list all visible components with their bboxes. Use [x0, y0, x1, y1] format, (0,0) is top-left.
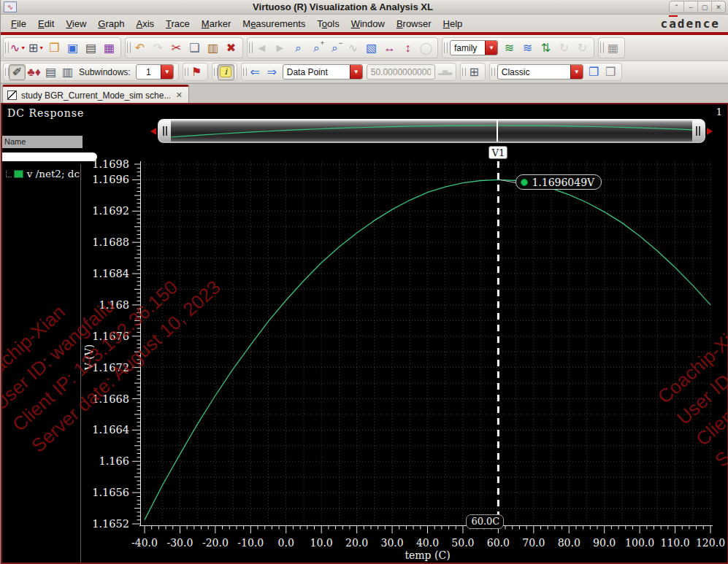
move-trace-down-button: ↻: [573, 39, 591, 57]
export-image-button[interactable]: ▦: [100, 39, 118, 57]
zoom-x-button[interactable]: ↔: [380, 39, 399, 57]
save-window-state-button[interactable]: ❐: [586, 64, 602, 80]
composite-chart-button[interactable]: ≋: [518, 39, 537, 57]
combo-arrow-icon[interactable]: ▼: [161, 65, 173, 79]
svg-text:1.1696: 1.1696: [92, 174, 129, 185]
app-waveform-icon: ∿: [4, 1, 17, 12]
svg-text:100.0: 100.0: [625, 537, 654, 549]
save-button[interactable]: ▣: [64, 39, 82, 57]
menu-axis[interactable]: Axis: [130, 17, 160, 31]
layout-rows-button[interactable]: ▤: [42, 64, 59, 80]
svg-text:-40.0: -40.0: [131, 537, 158, 549]
copy-button[interactable]: ❏: [185, 39, 204, 57]
datapoint-value: 1.1696049V: [532, 177, 594, 188]
toolbar-group: ⊞: [460, 63, 486, 81]
undo-button[interactable]: ↶: [131, 39, 149, 57]
next-point-button[interactable]: ⇒: [264, 64, 280, 80]
menu-file[interactable]: File: [5, 17, 32, 31]
titlebar: ∿ Virtuoso (R) Visualization & Analysis …: [1, 0, 728, 15]
combo-arrow-icon[interactable]: ▼: [350, 65, 362, 79]
delete-button[interactable]: ✖: [222, 39, 240, 57]
new-subwindow-button[interactable]: ⊞▼: [27, 39, 45, 57]
style-select[interactable]: Classic▼: [497, 64, 583, 80]
tab-close-icon[interactable]: ✕: [175, 90, 184, 100]
menu-help[interactable]: Help: [437, 17, 469, 31]
table-view-button[interactable]: ▦: [604, 39, 622, 57]
toolbar-group: ◄►⌕⌕+⌕−∿▧↔↕◯: [247, 37, 438, 58]
maximize-button[interactable]: ▢: [697, 1, 711, 12]
hide-window-button[interactable]: ❒: [602, 64, 619, 80]
graph-tab-icon: [7, 90, 17, 100]
marker-x-readout[interactable]: 60.0C: [466, 514, 504, 529]
previous-point-button[interactable]: ⇐: [247, 64, 264, 80]
menu-items: FileEditViewGraphAxisTraceMarkerMeasurem…: [5, 17, 468, 31]
paste-button[interactable]: ▥: [204, 39, 222, 57]
menu-edit[interactable]: Edit: [32, 17, 60, 31]
split-strips-button[interactable]: ⇅: [537, 39, 555, 57]
secondary-toolbar: ✐♣♦▤▥Subwindows:1▼⚑i⇐⇒Data Point▼▂▅▃⊞Cla…: [1, 61, 728, 83]
graph-subwindow: DC Response 1 Name: [1, 103, 728, 564]
redo-button: ↷: [149, 39, 167, 57]
toolbar-group: Classic▼❐❒: [489, 63, 622, 81]
marker-v1-label[interactable]: V1: [488, 146, 507, 159]
toolbar-group: family▼≋≋⇅↻↻: [442, 37, 594, 58]
datapoint-dot-icon: [521, 179, 528, 186]
svg-text:30.0: 30.0: [380, 537, 403, 549]
previous-view-button: ◄: [253, 39, 271, 57]
svg-text:10.0: 10.0: [310, 537, 333, 549]
window-controls: ⌃–▢✕: [669, 1, 726, 13]
menu-tools[interactable]: Tools: [311, 17, 345, 31]
svg-text:50.0: 50.0: [451, 537, 474, 549]
toolbar-group: i: [212, 63, 237, 81]
zoom-in-2x-button[interactable]: ⌕+: [307, 39, 326, 57]
svg-text:1.1664: 1.1664: [92, 424, 129, 436]
tabbar: study BGR_Current_Mode_sim sche... ✕: [1, 83, 728, 103]
menu-view[interactable]: View: [60, 17, 92, 31]
point-value-input[interactable]: [367, 64, 435, 80]
flag-button[interactable]: ⚑: [188, 64, 205, 80]
toolbar-group: ▦: [598, 37, 625, 58]
svg-text:60.0: 60.0: [487, 537, 510, 549]
shade-button[interactable]: ⌃: [670, 1, 683, 12]
annotation-toggle[interactable]: i: [218, 64, 234, 80]
zoom-box-button[interactable]: ▧: [362, 39, 380, 57]
tab-dc-response[interactable]: study BGR_Current_Mode_sim sche... ✕: [2, 85, 189, 104]
menu-marker[interactable]: Marker: [196, 17, 237, 31]
subwindows-select[interactable]: 1▼: [136, 64, 174, 80]
svg-text:80.0: 80.0: [558, 537, 581, 549]
examples-button[interactable]: ♣♦: [26, 64, 42, 80]
svg-text:1.1652: 1.1652: [92, 518, 129, 530]
layout-columns-button[interactable]: ▥: [59, 64, 76, 80]
print-button[interactable]: ▤: [82, 39, 100, 57]
svg-text:-20.0: -20.0: [202, 537, 229, 549]
close-button[interactable]: ✕: [711, 1, 725, 12]
svg-text:90.0: 90.0: [593, 537, 616, 549]
calculator-button[interactable]: ⊞: [466, 64, 483, 80]
zoom-y-button[interactable]: ↕: [399, 39, 417, 57]
point-mode-select[interactable]: Data Point▼: [283, 64, 363, 80]
svg-text:0.0: 0.0: [278, 537, 294, 549]
open-button[interactable]: ❐: [45, 39, 64, 57]
strip-chart-button[interactable]: ≋: [500, 39, 518, 57]
menu-measurements[interactable]: Measurements: [237, 17, 311, 31]
datapoint-callout[interactable]: 1.1696049V: [516, 174, 602, 190]
svg-text:110.0: 110.0: [661, 537, 690, 549]
menu-graph[interactable]: Graph: [92, 17, 130, 31]
menu-browser[interactable]: Browser: [391, 17, 437, 31]
zoom-out-2x-button[interactable]: ⌕−: [326, 39, 344, 57]
combo-arrow-icon[interactable]: ▼: [485, 41, 497, 55]
svg-text:1.1656: 1.1656: [92, 487, 129, 498]
wizard-button[interactable]: ✐: [9, 64, 26, 80]
combo-arrow-icon[interactable]: ▼: [570, 65, 583, 79]
family-select[interactable]: family▼: [450, 40, 498, 55]
svg-text:-30.0: -30.0: [166, 537, 193, 549]
new-graph-button[interactable]: ∿▼: [9, 39, 27, 57]
zoom-fit-button[interactable]: ⌕: [289, 39, 307, 57]
toolbar-group: ⇐⇒Data Point▼▂▅▃: [241, 63, 456, 81]
minimize-button[interactable]: –: [683, 1, 697, 12]
cut-button[interactable]: ✂: [167, 39, 185, 57]
menu-window[interactable]: Window: [345, 17, 391, 31]
svg-text:120.0: 120.0: [696, 537, 725, 549]
svg-text:temp (C): temp (C): [405, 549, 450, 561]
menu-trace[interactable]: Trace: [160, 17, 196, 31]
